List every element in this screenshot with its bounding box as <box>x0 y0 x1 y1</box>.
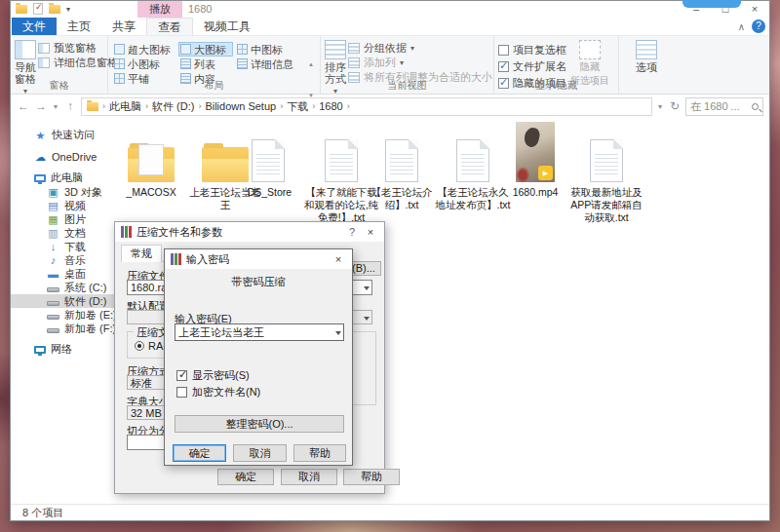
chevron-down-icon[interactable] <box>335 331 341 335</box>
archive-ok-button[interactable]: 确定 <box>217 469 274 485</box>
help-icon[interactable]: ? <box>752 19 765 33</box>
file-tile-video[interactable]: ▶ 1680.mp4 <box>500 122 570 199</box>
view-extra-large-icons[interactable]: 超大图标 <box>112 42 176 57</box>
sidebar-label: 桌面 <box>64 267 86 282</box>
dialog-help-icon[interactable]: ? <box>346 226 358 238</box>
file-tile-txt-email[interactable]: 获取最新地址及APP请发邮箱自动获取.txt <box>567 122 645 224</box>
sidebar-item-this-pc[interactable]: 此电脑 <box>11 171 118 185</box>
options-button[interactable]: 选项 <box>623 39 670 73</box>
sidebar-label: 此电脑 <box>51 171 83 185</box>
file-extensions-option[interactable]: 文件扩展名 <box>498 59 566 73</box>
view-medium-icons[interactable]: 中图标 <box>235 42 303 57</box>
chevron-down-icon[interactable] <box>364 286 370 290</box>
sidebar-item-drive-d[interactable]: 软件 (D:) <box>11 294 118 308</box>
password-cancel-button[interactable]: 取消 <box>233 444 287 462</box>
download-arrow-icon: ↓ <box>47 241 59 252</box>
close-icon[interactable]: × <box>363 226 378 238</box>
sidebar-item-music[interactable]: ♪音乐 <box>11 253 118 267</box>
archive-help-button[interactable]: 帮助 <box>343 469 400 485</box>
organize-passwords-button[interactable]: 整理密码(O)... <box>175 415 344 433</box>
ribbon-group-layout: 超大图标 大图标 中图标 小图标 列表 详细信息 ▴ ▾ 平铺 内容 布局 <box>108 36 321 94</box>
sidebar-item-downloads[interactable]: ↓下载 <box>11 240 118 253</box>
breadcrumb-this-pc[interactable]: 此电脑 <box>109 99 141 114</box>
new-folder-icon[interactable] <box>49 5 60 14</box>
checkbox-checked-icon[interactable] <box>176 370 187 381</box>
view-large-icons[interactable]: 大图标 <box>178 42 233 57</box>
checkbox-checked-icon[interactable] <box>498 61 509 72</box>
properties-icon[interactable] <box>33 3 43 15</box>
sidebar-item-3d-objects[interactable]: ▣3D 对象 <box>11 185 118 199</box>
close-icon[interactable]: × <box>331 253 346 265</box>
search-input[interactable]: 在 1680 ... <box>685 97 763 116</box>
password-help-button[interactable]: 帮助 <box>293 444 346 462</box>
sidebar-item-desktop[interactable]: ▬桌面 <box>11 267 118 281</box>
folder-icon <box>87 102 98 111</box>
recent-locations-icon[interactable]: ▾ <box>52 102 59 111</box>
scroll-up-icon[interactable]: ▴ <box>309 60 313 68</box>
sort-by-icon <box>325 40 346 59</box>
collapse-ribbon-icon[interactable]: ∧ <box>738 21 745 32</box>
breadcrumb-downloads[interactable]: 下载 <box>287 99 308 114</box>
tab-share[interactable]: 共享 <box>101 18 146 35</box>
archive-cancel-button[interactable]: 取消 <box>281 469 337 485</box>
checkbox-unchecked-icon[interactable] <box>498 45 509 56</box>
breadcrumb-1680[interactable]: 1680 <box>319 100 342 112</box>
file-tile-dsstore[interactable]: .DS_Store <box>236 122 300 199</box>
contextual-tab-header: 播放 <box>137 1 182 18</box>
document-icon <box>385 139 418 182</box>
sidebar-item-drive-e[interactable]: 新加卷 (E:) <box>11 308 118 322</box>
view-small-icons[interactable]: 小图标 <box>112 57 176 71</box>
tab-view[interactable]: 查看 <box>146 18 193 35</box>
breadcrumb-drive-d[interactable]: 软件 (D:) <box>152 99 194 114</box>
preview-pane-button[interactable]: 预览窗格 <box>38 42 118 55</box>
winrar-icon <box>171 253 181 265</box>
show-password-option[interactable]: 显示密码(S) <box>176 368 250 383</box>
password-dialog-titlebar: 输入密码 × <box>165 249 352 269</box>
preview-pane-icon <box>38 43 50 54</box>
back-button[interactable]: ← <box>17 99 30 113</box>
3d-objects-icon: ▣ <box>47 186 59 198</box>
checkbox-unchecked-icon[interactable] <box>176 387 187 398</box>
chevron-down-icon[interactable] <box>364 317 370 321</box>
address-dropdown-icon[interactable]: ▾ <box>656 102 664 111</box>
layout-scroll-arrows[interactable]: ▴ ▾ <box>305 57 317 99</box>
password-dialog-title: 输入密码 <box>186 252 229 267</box>
view-list[interactable]: 列表 <box>178 57 233 71</box>
sidebar-item-onedrive[interactable]: ☁OneDrive <box>11 149 118 164</box>
password-ok-button[interactable]: 确定 <box>173 444 226 462</box>
breadcrumb-separator <box>311 101 316 111</box>
add-columns-button[interactable]: 添加列 ▾ <box>348 57 492 69</box>
sidebar-item-pictures[interactable]: ▦图片 <box>11 212 118 226</box>
sidebar-item-drive-c[interactable]: 系统 (C:) <box>11 281 118 294</box>
view-details[interactable]: 详细信息 <box>235 57 303 71</box>
up-button[interactable]: ↑ <box>63 99 77 113</box>
ribbon-right-controls: ∧ ? <box>738 19 765 33</box>
star-icon: ★ <box>34 130 47 141</box>
radio-selected-icon[interactable] <box>135 341 144 351</box>
encrypt-names-option[interactable]: 加密文件名(N) <box>176 385 260 399</box>
qat-dropdown-icon[interactable]: ▾ <box>66 5 70 14</box>
breadcrumb-bilidown-setup[interactable]: Bilidown Setup <box>205 100 276 112</box>
refresh-icon[interactable]: ↻ <box>668 99 682 113</box>
sidebar-label: OneDrive <box>52 151 97 163</box>
hide-selected-icon <box>579 40 601 59</box>
item-checkboxes-option[interactable]: 项目复选框 <box>498 43 566 57</box>
close-button[interactable]: × <box>740 1 769 18</box>
file-tile-txt-intro[interactable]: 【老王论坛介绍】.txt <box>367 122 437 211</box>
file-tile-macosx[interactable]: _MACOSX <box>118 122 184 199</box>
group-by-button[interactable]: 分组依据 ▾ <box>348 42 492 55</box>
sidebar-item-quick-access[interactable]: ★快速访问 <box>11 128 118 142</box>
tab-home[interactable]: 主页 <box>57 18 101 35</box>
sidebar-item-videos[interactable]: ▤视频 <box>11 199 118 212</box>
sidebar-item-documents[interactable]: ▥文档 <box>11 226 118 240</box>
sidebar-item-drive-f[interactable]: 新加卷 (F:) <box>11 322 118 335</box>
tab-general[interactable]: 常规 <box>121 245 162 262</box>
tab-file[interactable]: 文件 <box>12 18 57 35</box>
forward-button[interactable]: → <box>34 99 48 113</box>
scroll-down-icon[interactable]: ▾ <box>309 92 313 99</box>
tab-video-tools[interactable]: 视频工具 <box>193 18 261 35</box>
password-input[interactable]: 上老王论坛当老王 <box>175 323 344 341</box>
sidebar-item-network[interactable]: 网络 <box>11 342 118 357</box>
details-pane-button[interactable]: 详细信息窗格 <box>38 57 118 69</box>
breadcrumb[interactable]: 此电脑 软件 (D:) Bilidown Setup 下载 1680 <box>81 97 652 116</box>
